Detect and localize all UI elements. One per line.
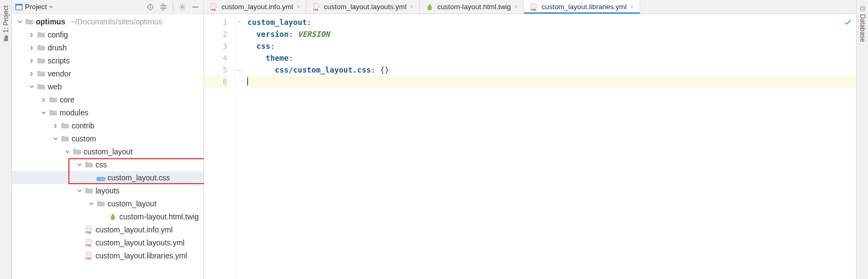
tree-folder[interactable]: scripts <box>12 54 203 67</box>
chevron-right-icon[interactable] <box>28 44 35 51</box>
fold-marker <box>235 16 243 28</box>
toolwindow-project-button[interactable]: 1: Project <box>2 5 10 42</box>
code-line[interactable] <box>247 76 856 88</box>
hide-icon[interactable] <box>190 2 200 12</box>
tree-node-label: custom_layout <box>84 147 132 156</box>
tree-node-label: core <box>60 95 74 104</box>
tree-folder[interactable]: optimus~/Documents/sites/optimus <box>12 15 203 28</box>
code-editor[interactable]: 123456 custom_layout: version: VERSION c… <box>204 14 856 279</box>
chevron-right-icon[interactable] <box>28 57 35 64</box>
code-line[interactable]: css: <box>247 40 856 52</box>
chevron-right-icon[interactable] <box>28 70 35 77</box>
code-token: version <box>257 30 289 38</box>
editor-tabbar: YMLcustom_layout.info.yml×YMLcustom_layo… <box>204 0 856 14</box>
tree-folder[interactable]: contrib <box>12 119 203 132</box>
chevron-down-icon[interactable] <box>64 148 71 155</box>
tree-node-label: custom_layout.layouts.yml <box>95 238 184 247</box>
code-line[interactable]: css/custom_layout.css: {} <box>247 64 856 76</box>
close-icon[interactable]: × <box>410 3 414 11</box>
code-token <box>247 66 275 74</box>
tree-node-label: optimus <box>36 17 65 26</box>
tree-folder[interactable]: custom_layout <box>12 145 203 158</box>
code-token: VERSION <box>298 30 330 38</box>
gear-icon[interactable] <box>177 2 187 12</box>
folder-icon <box>37 43 46 52</box>
toolwindow-database-button[interactable]: Database <box>859 5 866 42</box>
tree-folder[interactable]: web <box>12 80 203 93</box>
text-cursor <box>247 77 248 86</box>
code-token: : <box>307 18 311 27</box>
code-token <box>247 30 257 38</box>
tree-folder[interactable]: vendor <box>12 67 203 80</box>
tree-folder[interactable]: modules <box>12 106 203 119</box>
code-token <box>247 54 266 62</box>
tree-file[interactable]: YMLcustom_layout.layouts.yml <box>12 236 203 249</box>
chevron-down-icon[interactable] <box>52 135 59 142</box>
yml-icon: YML <box>85 238 93 247</box>
chevron-right-icon[interactable] <box>52 122 59 129</box>
tree-folder[interactable]: config <box>12 28 203 41</box>
editor-tab[interactable]: custom-layout.html.twig× <box>420 0 524 14</box>
tree-folder[interactable]: core <box>12 93 203 106</box>
locate-icon[interactable] <box>145 2 155 12</box>
toolwindow-database-label: Database <box>859 14 866 42</box>
line-number: 5 <box>204 64 227 76</box>
tree-folder[interactable]: css <box>12 158 203 171</box>
chevron-down-icon[interactable] <box>28 83 35 90</box>
editor-tab-label: custom_layout.libraries.yml <box>541 3 627 11</box>
close-icon[interactable]: × <box>630 3 634 11</box>
header-divider <box>173 3 173 11</box>
code-line[interactable]: version: VERSION <box>247 28 856 40</box>
editor-tab[interactable]: YMLcustom_layout.layouts.yml× <box>307 0 420 14</box>
twig-icon <box>425 3 434 11</box>
tree-node-label: custom_layout.libraries.yml <box>95 251 187 260</box>
tree-node-label: contrib <box>72 121 94 130</box>
editor-fold-column <box>235 14 243 279</box>
tree-file[interactable]: custom-layout.html.twig <box>12 210 203 223</box>
yml-icon: YML <box>209 3 218 11</box>
folder-icon <box>3 35 9 42</box>
project-panel: Project optimus~/Documents/sites/optimus… <box>12 0 204 279</box>
tree-folder[interactable]: layouts <box>12 184 203 197</box>
tree-folder[interactable]: custom_layout <box>12 197 203 210</box>
yml-icon: YML <box>85 251 93 260</box>
close-icon[interactable]: × <box>514 3 519 11</box>
tree-folder[interactable]: custom <box>12 132 203 145</box>
code-line[interactable]: theme: <box>247 52 856 64</box>
tree-file[interactable]: YMLcustom_layout.info.yml <box>12 223 203 236</box>
code-token: : {} <box>371 66 390 74</box>
project-view-selector[interactable]: Project <box>15 3 53 11</box>
code-token: : <box>289 30 298 38</box>
code-token: css/custom_layout.css <box>275 66 371 74</box>
tree-file[interactable]: CSScustom_layout.css <box>12 171 203 184</box>
line-number: 1 <box>204 16 227 28</box>
folder-icon <box>37 82 46 91</box>
chevron-right-icon[interactable] <box>28 31 35 38</box>
chevron-down-icon[interactable] <box>40 109 47 116</box>
chevron-down-icon[interactable] <box>16 18 23 25</box>
code-line[interactable]: custom_layout: <box>247 16 856 28</box>
editor-tab[interactable]: YMLcustom_layout.libraries.yml× <box>524 0 640 14</box>
folder-icon <box>61 121 69 130</box>
chevron-down-icon[interactable] <box>76 187 82 194</box>
close-icon[interactable]: × <box>296 3 301 11</box>
folder-icon <box>49 108 58 117</box>
folder-icon <box>97 199 105 208</box>
fold-marker <box>235 52 243 64</box>
tree-node-label: scripts <box>48 56 69 65</box>
tree-file[interactable]: YMLcustom_layout.libraries.yml <box>12 249 203 262</box>
editor-tab[interactable]: YMLcustom_layout.info.yml× <box>204 0 307 14</box>
inspection-ok-icon <box>844 17 852 29</box>
editor-code[interactable]: custom_layout: version: VERSION css: the… <box>243 14 856 279</box>
tree-folder[interactable]: drush <box>12 41 203 54</box>
project-panel-header: Project <box>12 0 203 14</box>
chevron-down-icon[interactable] <box>88 200 94 207</box>
editor-gutter: 123456 <box>204 14 235 279</box>
tree-node-label: custom-layout.html.twig <box>119 212 199 221</box>
code-token: css <box>257 42 270 50</box>
project-tree[interactable]: optimus~/Documents/sites/optimusconfigdr… <box>12 14 203 262</box>
code-token: theme <box>266 54 289 62</box>
chevron-right-icon[interactable] <box>40 96 47 103</box>
chevron-down-icon[interactable] <box>76 161 82 168</box>
collapse-all-icon[interactable] <box>158 2 168 12</box>
